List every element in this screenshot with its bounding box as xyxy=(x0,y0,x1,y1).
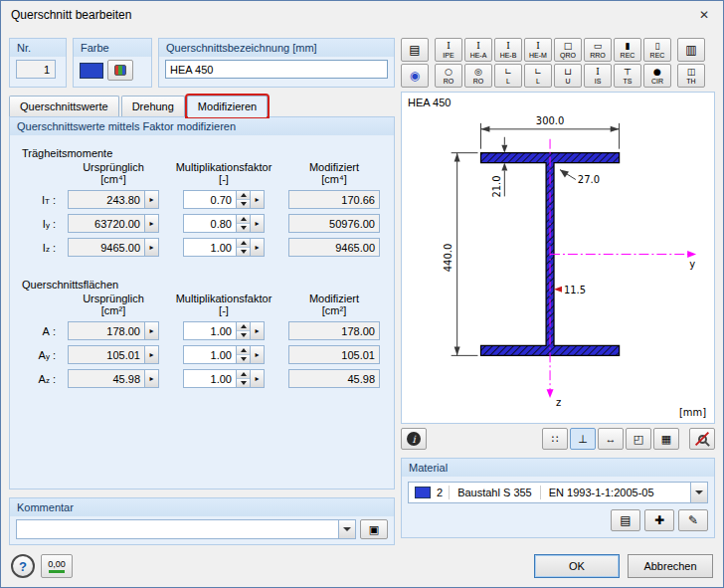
toggle-stress-points-button[interactable]: ∷ xyxy=(542,428,568,450)
spin-up-icon xyxy=(241,217,247,221)
value-picker-button[interactable]: ▸ xyxy=(251,190,265,209)
value-picker-button[interactable]: ▸ xyxy=(145,190,159,209)
material-norm: EN 1993-1-1:2005-05 xyxy=(541,487,690,498)
spin-down-icon xyxy=(241,357,247,361)
material-group: Material 2 Baustahl S 355 EN 1993-1-1:20… xyxy=(401,458,715,538)
spin-down-icon xyxy=(241,202,247,206)
section-type-cir-button[interactable]: ●CIR xyxy=(643,64,671,88)
value-picker-button[interactable]: ▸ xyxy=(145,345,159,364)
factor-input[interactable]: 1.00 xyxy=(183,238,237,257)
section-type-rec2-button[interactable]: ▯REC xyxy=(643,38,671,62)
section-type-th-button[interactable]: ◫TH xyxy=(677,64,705,88)
section-type-u-button[interactable]: ⊔U xyxy=(554,64,582,88)
close-button[interactable]: ✕ xyxy=(685,1,723,29)
section-type-heb-button[interactable]: ΙHE-B xyxy=(494,38,522,62)
original-value-field[interactable]: 243.80 xyxy=(68,190,145,209)
material-dropdown-button[interactable] xyxy=(690,483,707,502)
sections-panel-button[interactable]: ▥ xyxy=(677,38,705,62)
ok-button[interactable]: OK xyxy=(534,554,620,578)
factor-spinner[interactable] xyxy=(237,369,251,388)
modify-group-title: Querschnittswerte mittels Faktor modifiz… xyxy=(10,117,394,135)
original-value-field[interactable]: 9465.00 xyxy=(68,238,145,257)
col-modified-unit: [cm⁴] xyxy=(288,173,380,185)
rec-section-icon: ▮ xyxy=(626,42,631,51)
value-picker-button[interactable]: ▸ xyxy=(145,214,159,233)
section-type-ro2-button[interactable]: ◎RO xyxy=(464,64,492,88)
factor-input[interactable]: 0.70 xyxy=(183,190,237,209)
section-type-hem-button[interactable]: ΙHE-M xyxy=(524,38,552,62)
value-picker-button[interactable]: ▸ xyxy=(251,369,265,388)
sections-panel-icon: ▥ xyxy=(685,44,696,56)
material-combobox[interactable]: 2 Baustahl S 355 EN 1993-1-1:2005-05 xyxy=(408,482,708,503)
cancel-button[interactable]: Abbrechen xyxy=(628,554,713,578)
section-type-qro-button[interactable]: □QRO xyxy=(554,38,582,62)
pencil-icon: ✎ xyxy=(688,513,698,527)
section-type-is-button[interactable]: ΙIS xyxy=(584,64,612,88)
section-type-hea-button[interactable]: ΙHE-A xyxy=(464,38,492,62)
modified-value-field: 9465.00 xyxy=(288,238,380,257)
material-library-button[interactable]: ▤ xyxy=(611,509,640,531)
original-value-field[interactable]: 63720.00 xyxy=(68,214,145,233)
dim-width-label: 300.0 xyxy=(536,115,564,126)
value-picker-button[interactable]: ▸ xyxy=(251,345,265,364)
tab-drehung[interactable]: Drehung xyxy=(121,96,185,116)
value-picker-button[interactable]: ▸ xyxy=(251,321,265,340)
factor-input[interactable]: 1.00 xyxy=(183,321,237,340)
tab-modifizieren[interactable]: Modifizieren xyxy=(187,96,268,116)
original-value-field[interactable]: 178.00 xyxy=(68,321,145,340)
factor-spinner[interactable] xyxy=(237,238,251,257)
factor-spinner[interactable] xyxy=(237,345,251,364)
help-button[interactable]: ? xyxy=(11,554,35,578)
dim-height-label: 440.0 xyxy=(443,244,453,272)
section-type-ro-button[interactable]: ○RO xyxy=(435,64,462,88)
comment-combobox[interactable] xyxy=(16,519,356,539)
solid-sections-button[interactable]: ◉ xyxy=(401,64,429,88)
th-section-icon: ◫ xyxy=(687,68,696,77)
units-settings-button[interactable]: 0,00 xyxy=(41,554,73,578)
row-label: Az : xyxy=(22,373,58,385)
left-column: Nr. 1 Farbe Querschnittsbezeichnung [mm] xyxy=(9,38,395,545)
table-row: Iy : 63720.00▸ 0.80▸ 50976.00 xyxy=(22,214,382,233)
value-picker-button[interactable]: ▸ xyxy=(145,321,159,340)
toggle-axes-button[interactable]: ⊥ xyxy=(570,428,596,450)
section-type-rec-button[interactable]: ▮REC xyxy=(614,38,641,62)
col-original-unit: [cm²] xyxy=(68,304,159,316)
section-type-ts-button[interactable]: ⊤TS xyxy=(614,64,641,88)
picker-arrow-icon: ▸ xyxy=(149,350,153,359)
section-number-field[interactable]: 1 xyxy=(16,60,56,79)
designation-input[interactable] xyxy=(165,60,388,79)
section-type-toolbar-row2: ◉ ○RO ◎RO ∟L ∟L ⊔U ΙIS ⊤TS ●CIR ◫TH xyxy=(401,64,715,88)
edit-material-button[interactable]: ✎ xyxy=(678,509,708,531)
factor-input[interactable]: 1.00 xyxy=(183,369,237,388)
factor-spinner[interactable] xyxy=(237,190,251,209)
value-picker-button[interactable]: ▸ xyxy=(251,238,265,257)
comment-templates-button[interactable]: ▣ xyxy=(360,519,388,539)
value-picker-button[interactable]: ▸ xyxy=(145,238,159,257)
factor-input[interactable]: 1.00 xyxy=(183,345,237,364)
factor-spinner[interactable] xyxy=(237,214,251,233)
original-value-field[interactable]: 105.01 xyxy=(68,345,145,364)
section-type-rro-button[interactable]: ▭RRO xyxy=(584,38,612,62)
original-value-field[interactable]: 45.98 xyxy=(68,369,145,388)
tab-querschnittswerte[interactable]: Querschnittswerte xyxy=(9,96,119,116)
section-library-button[interactable]: ▤ xyxy=(401,38,429,62)
info-button[interactable]: i xyxy=(401,428,427,450)
comment-dropdown-button[interactable] xyxy=(338,520,355,538)
toggle-outline-button[interactable]: ◰ xyxy=(626,428,651,450)
new-material-button[interactable]: ✚ xyxy=(644,509,674,531)
color-picker-button[interactable] xyxy=(107,60,133,81)
section-type-l2-button[interactable]: ∟L xyxy=(524,64,552,88)
value-picker-button[interactable]: ▸ xyxy=(145,369,159,388)
right-column: ▤ ΙIPE ΙHE-A ΙHE-B ΙHE-M □QRO ▭RRO ▮REC … xyxy=(401,38,715,545)
section-type-l-button[interactable]: ∟L xyxy=(494,64,522,88)
spin-up-icon xyxy=(241,241,247,245)
factor-input[interactable]: 0.80 xyxy=(183,214,237,233)
value-picker-button[interactable]: ▸ xyxy=(251,214,265,233)
toggle-values-button[interactable]: ▦ xyxy=(653,428,679,450)
section-type-ipe-button[interactable]: ΙIPE xyxy=(435,38,462,62)
zoom-off-button[interactable] xyxy=(689,428,715,450)
toggle-dimensions-button[interactable]: ↔ xyxy=(598,428,624,450)
heb-section-icon: Ι xyxy=(506,42,510,51)
factor-spinner[interactable] xyxy=(237,321,251,340)
modified-value-field: 105.01 xyxy=(288,345,380,364)
